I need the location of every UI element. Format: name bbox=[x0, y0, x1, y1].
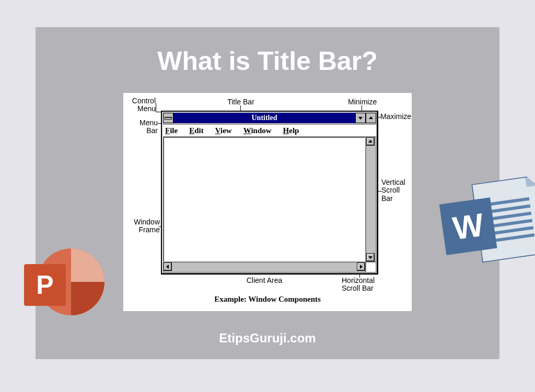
label-client-area: Client Area bbox=[243, 277, 285, 284]
svg-marker-5 bbox=[360, 265, 363, 269]
label-vertical-scroll: VerticalScrollBar bbox=[381, 179, 405, 203]
menu-edit[interactable]: Edit bbox=[189, 126, 204, 135]
maximize-button[interactable] bbox=[366, 113, 376, 123]
arrow-up-icon bbox=[368, 139, 373, 144]
label-minimize: Minimize bbox=[348, 98, 377, 106]
label-window-frame: WindowFrame bbox=[131, 218, 160, 234]
sample-window: Untitled File Edit View Window Help bbox=[161, 111, 378, 275]
scroll-right-button[interactable] bbox=[357, 263, 365, 271]
arrow-right-icon bbox=[359, 265, 363, 269]
svg-marker-1 bbox=[369, 116, 373, 119]
svg-marker-2 bbox=[368, 140, 373, 142]
scroll-down-button[interactable] bbox=[366, 253, 375, 262]
label-menu-bar: MenuBar bbox=[137, 119, 158, 135]
label-title-bar: Title Bar bbox=[223, 98, 259, 106]
label-control-menu: ControlMenu bbox=[129, 97, 156, 113]
connector bbox=[156, 103, 156, 112]
svg-marker-4 bbox=[166, 265, 169, 269]
word-icon: W bbox=[434, 167, 535, 274]
horizontal-scrollbar[interactable] bbox=[163, 262, 366, 272]
menu-view[interactable]: View bbox=[215, 126, 232, 135]
infographic-card: What is Title Bar? ControlMenu Title Bar… bbox=[36, 27, 499, 359]
label-horizontal-scroll: HorizontalScroll Bar bbox=[342, 277, 375, 293]
svg-marker-0 bbox=[358, 117, 363, 120]
arrow-down-icon bbox=[368, 255, 373, 259]
label-maximize: Maximize bbox=[380, 113, 411, 121]
powerpoint-icon: P bbox=[19, 244, 102, 328]
client-area bbox=[163, 137, 366, 262]
minimize-button[interactable] bbox=[355, 113, 366, 123]
scroll-up-button[interactable] bbox=[366, 137, 375, 146]
word-letter: W bbox=[439, 197, 497, 255]
scroll-left-button[interactable] bbox=[164, 263, 172, 271]
page-footer: EtipsGuruji.com bbox=[36, 331, 499, 346]
diagram-caption: Example: Window Components bbox=[123, 295, 412, 304]
menu-window[interactable]: Window bbox=[243, 126, 272, 135]
dash-icon bbox=[165, 117, 172, 120]
arrow-left-icon bbox=[166, 265, 170, 269]
control-menu-button[interactable] bbox=[163, 113, 173, 123]
title-bar: Untitled bbox=[163, 113, 376, 123]
maximize-icon bbox=[368, 115, 374, 121]
menu-bar: File Edit View Window Help bbox=[163, 124, 376, 137]
page-headline: What is Title Bar? bbox=[36, 46, 499, 76]
svg-marker-3 bbox=[368, 256, 373, 259]
window-diagram: ControlMenu Title Bar Minimize Maximize … bbox=[123, 93, 412, 311]
window-title[interactable]: Untitled bbox=[173, 113, 355, 123]
menu-file[interactable]: File bbox=[165, 126, 178, 135]
minimize-icon bbox=[358, 115, 363, 121]
vertical-scrollbar[interactable] bbox=[366, 137, 376, 262]
menu-help[interactable]: Help bbox=[283, 126, 299, 135]
powerpoint-letter: P bbox=[24, 264, 66, 306]
size-box[interactable] bbox=[366, 262, 376, 272]
